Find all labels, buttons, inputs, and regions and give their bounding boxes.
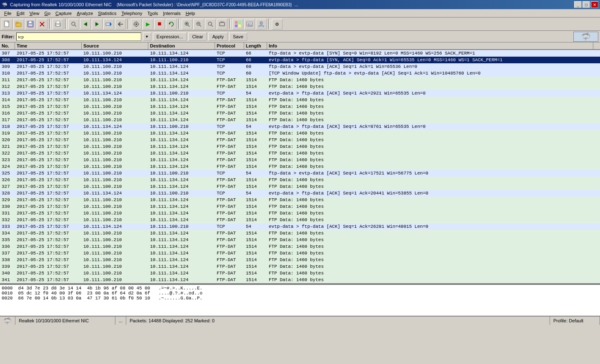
column-header-source[interactable]: Source [82, 42, 148, 49]
menu-edit[interactable]: Edit [14, 10, 27, 17]
table-row[interactable]: 3282017-05-25 17:52:5710.111.134.12410.1… [0, 190, 600, 197]
table-row[interactable]: 3402017-05-25 17:52:5710.111.100.21010.1… [0, 270, 600, 277]
table-row[interactable]: 3122017-05-25 17:52:5710.111.100.21010.1… [0, 83, 600, 90]
cell-info: FTP Data: 1460 bytes [267, 264, 600, 269]
new-capture-button[interactable] [2, 19, 12, 30]
menu-go[interactable]: Go [42, 10, 53, 17]
restart-button[interactable] [166, 19, 177, 30]
toolbar-separator-6 [268, 19, 270, 29]
packet-list[interactable]: 3072017-05-25 17:52:5710.111.100.21010.1… [0, 50, 600, 284]
menu-capture[interactable]: Capture [53, 10, 74, 17]
table-row[interactable]: 3172017-05-25 17:52:5710.111.100.21010.1… [0, 117, 600, 123]
table-row[interactable]: 3342017-05-25 17:52:5710.111.100.21010.1… [0, 230, 600, 237]
table-row[interactable]: 3082017-05-25 17:52:5710.111.134.12410.1… [0, 57, 600, 63]
menu-view[interactable]: View [27, 10, 42, 17]
capture-options-button[interactable] [131, 19, 142, 30]
table-row[interactable]: 3362017-05-25 17:52:5710.111.100.21010.1… [0, 243, 600, 250]
table-row[interactable]: 3222017-05-25 17:52:5710.111.100.21010.1… [0, 150, 600, 157]
table-row[interactable]: 3292017-05-25 17:52:5710.111.100.21010.1… [0, 197, 600, 203]
menu-help[interactable]: Help [183, 10, 198, 17]
cell-col-4: FTP-DAT [215, 137, 244, 142]
maximize-button[interactable]: □ [582, 1, 590, 8]
table-row[interactable]: 3142017-05-25 17:52:5710.111.100.21010.1… [0, 97, 600, 103]
goto-button[interactable] [103, 19, 114, 30]
next-button[interactable] [92, 19, 102, 30]
table-row[interactable]: 3412017-05-25 17:52:5710.111.100.21010.1… [0, 277, 600, 283]
table-row[interactable]: 3112017-05-25 17:52:5710.111.100.21010.1… [0, 77, 600, 83]
close-capture-button[interactable] [37, 19, 48, 30]
table-row[interactable]: 3262017-05-25 17:52:5710.111.100.21010.1… [0, 177, 600, 183]
clear-button[interactable]: Clear [188, 32, 207, 41]
table-row[interactable]: 3392017-05-25 17:52:5710.111.100.21010.1… [0, 263, 600, 270]
table-row[interactable]: 3092017-05-25 17:52:5710.111.100.21010.1… [0, 63, 600, 70]
menu-analyze[interactable]: Analyze [74, 10, 95, 17]
table-row[interactable]: 3302017-05-25 17:52:5710.111.100.21010.1… [0, 203, 600, 210]
filter-dropdown-button[interactable]: ▼ [143, 32, 151, 41]
table-row[interactable]: 3332017-05-25 17:52:5710.111.134.12410.1… [0, 223, 600, 230]
cell-col-0: 318 [0, 124, 15, 129]
minimize-button[interactable]: _ [574, 1, 582, 8]
column-header-no[interactable]: No. [0, 42, 15, 49]
find-button[interactable] [68, 19, 79, 30]
table-row[interactable]: 3212017-05-25 17:52:5710.111.100.21010.1… [0, 143, 600, 150]
cell-col-2: 10.111.100.210 [82, 257, 148, 262]
table-row[interactable]: 3152017-05-25 17:52:5710.111.100.21010.1… [0, 103, 600, 110]
table-row[interactable]: 3312017-05-25 17:52:5710.111.100.21010.1… [0, 210, 600, 217]
save-button[interactable] [25, 19, 36, 30]
table-row[interactable]: 3252017-05-25 17:52:5710.111.100.21010.1… [0, 170, 600, 177]
column-header-time[interactable]: Time [15, 42, 82, 49]
table-row[interactable]: 3242017-05-25 17:52:5710.111.100.21010.1… [0, 163, 600, 170]
column-header-protocol[interactable]: Protocol [215, 42, 244, 49]
menu-telephony[interactable]: Telephony [119, 10, 145, 17]
start-capture-button[interactable]: ▶ [142, 19, 153, 30]
menu-internals[interactable]: Internals [160, 10, 183, 17]
table-row[interactable]: 3182017-05-25 17:52:5710.111.134.12410.1… [0, 123, 600, 130]
menu-statistics[interactable]: Statistics [95, 10, 119, 17]
decode-as-button[interactable]: 01 [244, 19, 255, 30]
column-header-info[interactable]: Info [267, 42, 593, 49]
table-row[interactable]: 3192017-05-25 17:52:5710.111.100.21010.1… [0, 130, 600, 137]
print-button[interactable] [52, 19, 63, 30]
table-row[interactable]: 3372017-05-25 17:52:5710.111.100.21010.1… [0, 250, 600, 257]
table-row[interactable]: 3162017-05-25 17:52:5710.111.100.21010.1… [0, 110, 600, 117]
table-row[interactable]: 3202017-05-25 17:52:5710.111.100.21010.1… [0, 137, 600, 143]
cell-col-0: 333 [0, 224, 15, 229]
stop-capture-button[interactable]: ⏹ [154, 19, 165, 30]
table-row[interactable]: 3352017-05-25 17:52:5710.111.100.21010.1… [0, 237, 600, 243]
column-header-destination[interactable]: Destination [148, 42, 215, 49]
table-row[interactable]: 3422017-05-25 17:52:5710.111.134.12410.1… [0, 283, 600, 284]
save-filter-button[interactable]: Save [229, 32, 247, 41]
toolbar-separator-5 [229, 19, 231, 29]
table-row[interactable]: 3272017-05-25 17:52:5710.111.100.21010.1… [0, 183, 600, 190]
table-row[interactable]: 3102017-05-25 17:52:5710.111.100.21010.1… [0, 70, 600, 77]
cell-col-5: 1514 [244, 204, 267, 209]
apply-button[interactable]: Apply [208, 32, 228, 41]
table-row[interactable]: 3132017-05-25 17:52:5710.111.134.12410.1… [0, 90, 600, 97]
cell-info: FTP Data: 1460 bytes [267, 184, 600, 189]
zoom-out-button[interactable] [193, 19, 204, 30]
zoom-in-button[interactable] [182, 19, 192, 30]
cell-info: FTP Data: 1460 bytes [267, 271, 600, 276]
colorize-button[interactable] [232, 19, 243, 30]
table-row[interactable]: 3232017-05-25 17:52:5710.111.100.21010.1… [0, 157, 600, 163]
table-row[interactable]: 3322017-05-25 17:52:5710.111.100.21010.1… [0, 217, 600, 223]
filter-input[interactable] [16, 32, 141, 41]
zoom-fit-button[interactable] [205, 19, 216, 30]
prev-button[interactable] [80, 19, 91, 30]
preferences-button[interactable]: ⚙ [272, 19, 282, 30]
status-bar: 🦈 Realtek 10/100/1000 Ethernet NIC ... P… [0, 316, 600, 325]
cell-col-5: 60 [244, 64, 267, 69]
user-specified-decodes-button[interactable] [256, 19, 267, 30]
zoom-reset-button[interactable] [217, 19, 228, 30]
back-button[interactable] [115, 19, 126, 30]
column-header-length[interactable]: Length [244, 42, 267, 49]
svg-rect-16 [106, 23, 110, 25]
expression-button[interactable]: Expression... [153, 32, 187, 41]
close-button[interactable]: ✕ [591, 1, 598, 8]
cell-col-3: 10.111.100.210 [148, 124, 215, 129]
open-button[interactable] [13, 19, 24, 30]
table-row[interactable]: 3382017-05-25 17:52:5710.111.100.21010.1… [0, 257, 600, 263]
table-row[interactable]: 3072017-05-25 17:52:5710.111.100.21010.1… [0, 50, 600, 57]
menu-tools[interactable]: Tools [145, 10, 161, 17]
menu-file[interactable]: File [2, 10, 14, 17]
